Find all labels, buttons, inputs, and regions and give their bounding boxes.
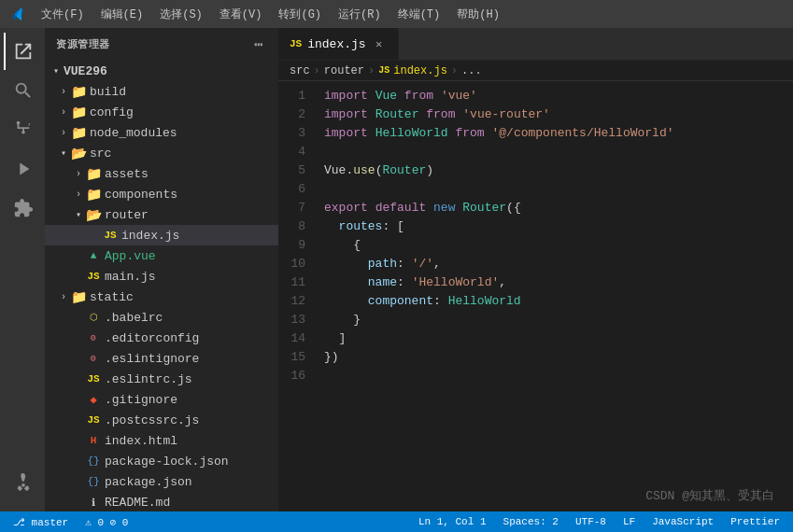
json-file-icon-package: {}	[86, 474, 101, 489]
breadcrumb-src: src	[290, 64, 310, 77]
tree-item-src[interactable]: ▾ 📂 src	[45, 143, 278, 163]
tree-item-package-json[interactable]: › {} package.json	[45, 471, 278, 492]
code-line: 8 routes: [	[278, 217, 793, 236]
code-lines-container: 1import Vue from 'vue'2import Router fro…	[278, 87, 793, 385]
breadcrumb-sep-1: ›	[314, 64, 320, 77]
status-branch[interactable]: ⎇ master	[9, 511, 72, 532]
tab-close-index-js[interactable]: ✕	[372, 36, 387, 51]
line-content: import Vue from 'vue'	[320, 87, 793, 105]
activity-extensions[interactable]	[4, 189, 41, 227]
js-file-icon-main: JS	[86, 269, 101, 284]
status-eol[interactable]: LF	[619, 511, 639, 532]
menu-bar: 文件(F) 编辑(E) 选择(S) 查看(V) 转到(G) 运行(R) 终端(T…	[34, 5, 507, 24]
tree-item-static[interactable]: › 📁 static	[45, 287, 278, 307]
menu-edit[interactable]: 编辑(E)	[93, 5, 151, 24]
tree-item-babelrc[interactable]: › ⬡ .babelrc	[45, 307, 278, 328]
title-bar: 文件(F) 编辑(E) 选择(S) 查看(V) 转到(G) 运行(R) 终端(T…	[0, 0, 793, 28]
line-content: {	[320, 236, 793, 255]
code-line: 16	[278, 367, 793, 385]
tree-arrow-components: ›	[71, 187, 86, 202]
tree-item-components[interactable]: › 📁 components	[45, 184, 278, 204]
tree-item-config[interactable]: › 📁 config	[45, 102, 278, 122]
tree-item-main-js[interactable]: › JS main.js	[45, 266, 278, 287]
menu-select[interactable]: 选择(S)	[152, 5, 210, 24]
menu-run[interactable]: 运行(R)	[331, 5, 389, 24]
tree-item-router[interactable]: ▾ 📂 router	[45, 204, 278, 225]
line-number: 1	[278, 87, 320, 105]
line-number: 4	[278, 143, 320, 161]
tree-label-eslintrc: .eslintrc.js	[105, 372, 192, 386]
status-spaces[interactable]: Spaces: 2	[500, 511, 562, 532]
tree-item-postcssrc[interactable]: › JS .postcssrc.js	[45, 410, 278, 430]
tree-item-gitignore[interactable]: › ◆ .gitignore	[45, 389, 278, 410]
folder-icon-assets: 📁	[86, 166, 101, 181]
tree-item-vue296[interactable]: ▾ VUE296	[45, 61, 278, 81]
code-line: 5Vue.use(Router)	[278, 161, 793, 180]
menu-terminal[interactable]: 终端(T)	[390, 5, 448, 24]
code-line: 3import HelloWorld from '@/components/He…	[278, 124, 793, 143]
tree-item-assets[interactable]: › 📁 assets	[45, 163, 278, 184]
status-errors[interactable]: ⚠ 0 ⊘ 0	[81, 511, 132, 532]
tree-label-config: config	[90, 105, 134, 119]
tree-label-gitignore: .gitignore	[105, 393, 177, 407]
line-content: name: 'HelloWorld',	[320, 273, 793, 292]
status-formatter[interactable]: Prettier	[727, 511, 784, 532]
line-content: import HelloWorld from '@/components/Hel…	[320, 124, 793, 143]
line-number: 5	[278, 161, 320, 180]
status-line-col[interactable]: Ln 1, Col 1	[415, 511, 490, 532]
vue-file-icon-app: ▲	[86, 248, 101, 263]
menu-goto[interactable]: 转到(G)	[271, 5, 329, 24]
tab-index-js[interactable]: JS index.js ✕	[278, 28, 399, 60]
new-file-icon[interactable]: ⋯	[250, 36, 267, 53]
editor-area: JS index.js ✕ src › router › JS index.js…	[278, 28, 793, 511]
tree-item-app-vue[interactable]: › ▲ App.vue	[45, 245, 278, 266]
tree-label-vue296: VUE296	[64, 64, 107, 78]
js-file-icon-postcssrc: JS	[86, 413, 101, 427]
tree-item-readme[interactable]: › ℹ README.md	[45, 492, 278, 511]
breadcrumb-sep-3: ›	[451, 64, 458, 77]
tree-item-node-modules[interactable]: › 📁 node_modules	[45, 122, 278, 143]
line-content: ]	[320, 329, 793, 348]
tree-item-build[interactable]: › 📁 build	[45, 81, 278, 102]
activity-run[interactable]	[4, 150, 41, 188]
tree-item-eslintrc[interactable]: › JS .eslintrc.js	[45, 369, 278, 389]
menu-help[interactable]: 帮助(H)	[449, 5, 507, 24]
status-language[interactable]: JavaScript	[648, 511, 717, 532]
code-line: 6	[278, 180, 793, 199]
tree-label-build: build	[90, 85, 126, 99]
status-right: Ln 1, Col 1 Spaces: 2 UTF-8 LF JavaScrip…	[415, 511, 784, 532]
folder-icon-build: 📁	[71, 84, 86, 99]
code-line: 1import Vue from 'vue'	[278, 87, 793, 105]
line-content: export default new Router({	[320, 199, 793, 217]
menu-file[interactable]: 文件(F)	[34, 5, 92, 24]
tree-arrow-vue296: ▾	[49, 63, 64, 78]
folder-icon-router: 📂	[86, 207, 101, 222]
menu-view[interactable]: 查看(V)	[212, 5, 270, 24]
js-file-icon-eslintrc: JS	[86, 371, 101, 386]
line-number: 15	[278, 348, 320, 367]
breadcrumb-index-js: index.js	[393, 64, 447, 77]
tree-arrow-static: ›	[56, 289, 71, 304]
activity-explorer[interactable]	[4, 33, 41, 70]
tree-item-index-html[interactable]: › H index.html	[45, 430, 278, 451]
folder-icon-static: 📁	[71, 289, 86, 304]
activity-search[interactable]	[4, 72, 41, 109]
tab-bar: JS index.js ✕	[278, 28, 793, 61]
line-number: 9	[278, 236, 320, 255]
tree-arrow-assets: ›	[71, 166, 86, 181]
line-number: 11	[278, 273, 320, 292]
activity-source-control[interactable]	[4, 111, 41, 148]
tree-item-editorconfig[interactable]: › ⚙ .editorconfig	[45, 328, 278, 348]
tree-arrow-node-modules: ›	[56, 125, 71, 140]
activity-bar	[0, 28, 45, 511]
folder-icon-node-modules: 📁	[71, 125, 86, 140]
code-editor[interactable]: 1import Vue from 'vue'2import Router fro…	[278, 81, 793, 511]
folder-icon-components: 📁	[86, 187, 101, 202]
sidebar-title: 资源管理器	[56, 37, 110, 51]
activity-test[interactable]	[4, 465, 41, 502]
status-encoding[interactable]: UTF-8	[572, 511, 610, 532]
tree-item-eslintignore[interactable]: › ⚙ .eslintignore	[45, 348, 278, 369]
tree-item-index-js[interactable]: › JS index.js	[45, 225, 278, 245]
tree-item-package-lock[interactable]: › {} package-lock.json	[45, 451, 278, 471]
status-left: ⎇ master ⚠ 0 ⊘ 0	[9, 511, 132, 532]
